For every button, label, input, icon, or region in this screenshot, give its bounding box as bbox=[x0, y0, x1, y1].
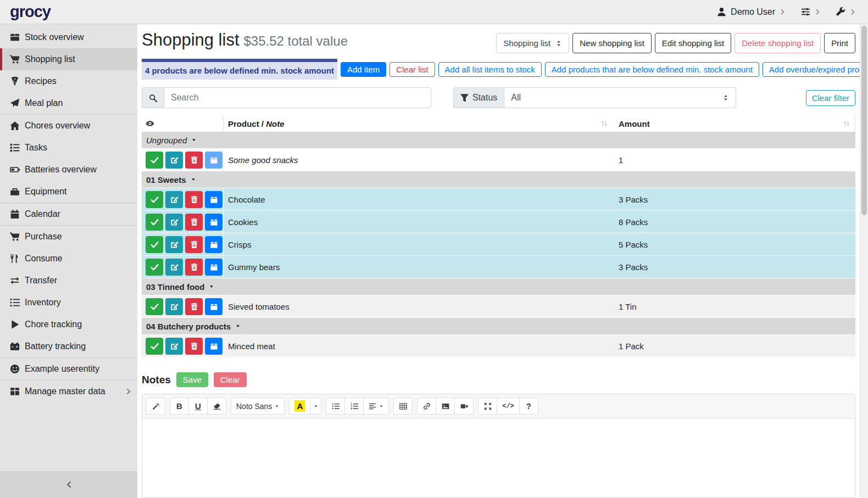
mark-done-button[interactable] bbox=[146, 298, 163, 315]
delete-item-button[interactable] bbox=[185, 152, 203, 169]
code-view-button[interactable]: </> bbox=[497, 398, 520, 415]
item-note: Some good snacks bbox=[228, 155, 298, 165]
add-to-stock-button[interactable] bbox=[205, 214, 222, 231]
add-to-stock-button[interactable] bbox=[205, 236, 222, 253]
edit-item-button[interactable] bbox=[165, 236, 183, 253]
clear-filter-button[interactable]: Clear filter bbox=[806, 90, 855, 106]
header-product-column[interactable]: Product / Note bbox=[223, 115, 615, 132]
insert-table-button[interactable] bbox=[393, 398, 413, 415]
sidebar-item-batteries-overview[interactable]: Batteries overview bbox=[0, 159, 137, 181]
delete-item-button[interactable] bbox=[185, 191, 203, 208]
sidebar-item-purchase[interactable]: Purchase bbox=[0, 226, 137, 248]
fullscreen-button[interactable] bbox=[478, 398, 497, 415]
notes-editor-area[interactable] bbox=[142, 418, 855, 497]
delete-item-button[interactable] bbox=[185, 259, 203, 276]
notes-save-button[interactable]: Save bbox=[176, 372, 208, 387]
font-color-button[interactable]: A bbox=[289, 398, 310, 415]
delete-item-button[interactable] bbox=[185, 236, 203, 253]
delete-item-button[interactable] bbox=[185, 298, 203, 315]
stock-box-icon bbox=[210, 263, 218, 271]
add-to-stock-button[interactable] bbox=[205, 152, 222, 169]
mark-done-button[interactable] bbox=[146, 259, 163, 276]
sidebar-item-meal-plan[interactable]: Meal plan bbox=[0, 92, 137, 114]
insert-video-button[interactable] bbox=[454, 398, 474, 415]
group-header-sweets[interactable]: 01 Sweets bbox=[142, 171, 855, 188]
add-to-stock-button[interactable] bbox=[205, 338, 222, 355]
add-item-button[interactable]: Add item bbox=[341, 62, 386, 77]
settings-menu[interactable] bbox=[801, 7, 821, 16]
header-visibility-column[interactable] bbox=[142, 115, 223, 132]
edit-item-button[interactable] bbox=[165, 214, 183, 231]
sidebar-item-recipes[interactable]: Recipes bbox=[0, 70, 137, 92]
header-amount-column[interactable]: Amount bbox=[615, 115, 855, 132]
sidebar-item-calendar[interactable]: Calendar bbox=[0, 203, 137, 225]
underline-button[interactable]: U bbox=[188, 398, 208, 415]
print-button[interactable]: Print bbox=[824, 33, 855, 53]
add-below-min-stock-button[interactable]: Add products that are below defined min.… bbox=[545, 62, 759, 77]
grocy-logo[interactable]: grocy bbox=[10, 3, 51, 21]
sidebar-item-tasks[interactable]: Tasks bbox=[0, 137, 137, 159]
search-input[interactable] bbox=[164, 87, 431, 108]
font-family-button[interactable]: Noto Sans bbox=[231, 398, 285, 415]
smiley-icon bbox=[10, 364, 20, 374]
edit-item-button[interactable] bbox=[165, 298, 183, 315]
font-color-dropdown-button[interactable] bbox=[310, 398, 321, 415]
add-to-stock-button[interactable] bbox=[205, 298, 222, 315]
group-header-butchery[interactable]: 04 Butchery products bbox=[142, 318, 855, 335]
admin-menu[interactable] bbox=[836, 7, 856, 16]
caret-down-icon bbox=[191, 177, 196, 182]
mark-done-button[interactable] bbox=[146, 152, 163, 169]
magic-style-button[interactable] bbox=[146, 398, 165, 415]
sidebar-item-transfer[interactable]: Transfer bbox=[0, 270, 137, 292]
sidebar-item-consume[interactable]: Consume bbox=[0, 248, 137, 270]
unordered-list-button[interactable] bbox=[326, 398, 345, 415]
edit-item-button[interactable] bbox=[165, 191, 183, 208]
bold-button[interactable]: B bbox=[170, 398, 189, 415]
check-icon bbox=[151, 303, 159, 311]
sidebar-item-equipment[interactable]: Equipment bbox=[0, 181, 137, 203]
sidebar-item-example-userentity[interactable]: Example userentity bbox=[0, 358, 137, 380]
delete-item-button[interactable] bbox=[185, 338, 203, 355]
table-header-row: Product / Note Amount bbox=[142, 115, 855, 132]
user-menu[interactable]: Demo User bbox=[717, 7, 786, 17]
edit-shopping-list-button[interactable]: Edit shopping list bbox=[655, 33, 731, 53]
group-header-tinned-food[interactable]: 03 Tinned food bbox=[142, 278, 855, 295]
sidebar-item-battery-tracking[interactable]: Battery tracking bbox=[0, 335, 137, 357]
ordered-list-button[interactable] bbox=[344, 398, 364, 415]
clear-list-button[interactable]: Clear list bbox=[390, 62, 435, 77]
mark-done-button[interactable] bbox=[146, 214, 163, 231]
status-select[interactable]: All bbox=[504, 87, 736, 108]
help-button[interactable]: ? bbox=[519, 398, 538, 415]
scrollbar-thumb[interactable] bbox=[861, 26, 867, 215]
notes-clear-button[interactable]: Clear bbox=[214, 372, 247, 387]
sidebar-item-chore-tracking[interactable]: Chore tracking bbox=[0, 314, 137, 335]
paragraph-align-button[interactable] bbox=[363, 398, 389, 415]
edit-item-button[interactable] bbox=[165, 338, 183, 355]
mark-done-button[interactable] bbox=[146, 236, 163, 253]
edit-item-button[interactable] bbox=[165, 152, 183, 169]
remove-style-button[interactable] bbox=[207, 398, 226, 415]
delete-item-button[interactable] bbox=[185, 214, 203, 231]
table-row: Cookies 8 Packs bbox=[142, 211, 855, 233]
new-shopping-list-button[interactable]: New shopping list bbox=[572, 33, 652, 53]
image-icon bbox=[442, 402, 449, 410]
sidebar-item-stock-overview[interactable]: Stock overview bbox=[0, 26, 137, 48]
add-to-stock-button[interactable] bbox=[205, 259, 222, 276]
editor-toolbar: B U Noto Sans A bbox=[142, 394, 855, 418]
mark-done-button[interactable] bbox=[146, 191, 163, 208]
group-header-ungrouped[interactable]: Ungrouped bbox=[142, 132, 855, 149]
mark-done-button[interactable] bbox=[146, 338, 163, 355]
insert-image-button[interactable] bbox=[436, 398, 455, 415]
add-overdue-button[interactable]: Add overdue/expired products bbox=[763, 62, 868, 77]
sidebar-collapse-button[interactable] bbox=[0, 471, 137, 498]
shopping-list-select[interactable]: Shopping list bbox=[496, 33, 569, 53]
sidebar-item-manage-master-data[interactable]: Manage master data bbox=[0, 381, 137, 402]
edit-item-button[interactable] bbox=[165, 259, 183, 276]
sidebar-item-inventory[interactable]: Inventory bbox=[0, 292, 137, 314]
sidebar-item-shopping-list[interactable]: Shopping list bbox=[0, 48, 137, 70]
sidebar-item-chores-overview[interactable]: Chores overview bbox=[0, 115, 137, 137]
delete-shopping-list-button[interactable]: Delete shopping list bbox=[735, 33, 821, 53]
add-all-to-stock-button[interactable]: Add all list items to stock bbox=[438, 62, 542, 77]
insert-link-button[interactable] bbox=[417, 398, 436, 415]
add-to-stock-button[interactable] bbox=[205, 191, 222, 208]
